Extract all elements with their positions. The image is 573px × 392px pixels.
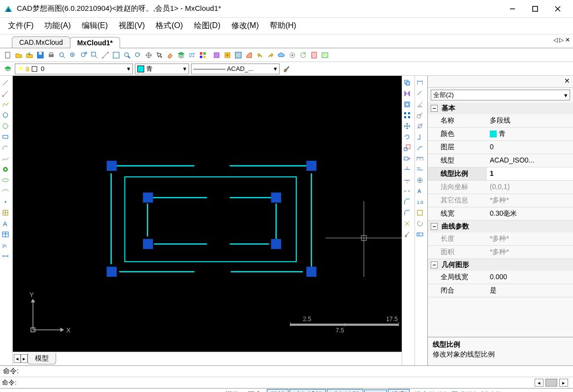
ellipse-arc-icon[interactable] bbox=[0, 186, 11, 196]
region-icon[interactable] bbox=[244, 50, 254, 60]
dim-style-icon[interactable] bbox=[415, 208, 425, 218]
drawing-canvas[interactable]: X Y 2.5 17.5 7.5 bbox=[13, 76, 402, 352]
arc-icon[interactable] bbox=[0, 143, 11, 153]
tab-scroll-left[interactable]: ◂ bbox=[14, 354, 21, 363]
status-polar[interactable]: 极轴 bbox=[267, 389, 288, 392]
model-tab[interactable]: 模型 bbox=[28, 353, 56, 364]
dim-update-icon[interactable] bbox=[415, 219, 425, 229]
rotate-icon[interactable] bbox=[402, 132, 412, 142]
dim-radius-icon[interactable] bbox=[415, 110, 425, 120]
menu-format[interactable]: 格式(O) bbox=[151, 19, 188, 33]
doc-tab-active[interactable]: MxCloud1* bbox=[70, 37, 120, 48]
tab-next-icon[interactable]: ▷ bbox=[559, 36, 564, 43]
export-img-icon[interactable] bbox=[320, 50, 330, 60]
properties-list[interactable]: −基本 名称多段线 颜色青 图层0 线型ACAD_ISO0... 线型比例1 法… bbox=[428, 102, 573, 337]
prop-group-curve[interactable]: −曲线参数 bbox=[428, 221, 573, 232]
ellipse-icon[interactable] bbox=[0, 175, 11, 185]
pan-icon[interactable] bbox=[144, 50, 154, 60]
erase-icon[interactable] bbox=[165, 50, 175, 60]
linetype-icon[interactable] bbox=[187, 50, 197, 60]
measure-icon[interactable] bbox=[100, 50, 110, 60]
prop-row-selected[interactable]: 线型比例1 bbox=[428, 167, 573, 181]
fillet-icon[interactable] bbox=[402, 208, 412, 218]
menu-view[interactable]: 视图(V) bbox=[114, 19, 150, 33]
tab-scroll-right[interactable]: ▸ bbox=[21, 354, 28, 363]
scroll-right-button[interactable]: ▸ bbox=[559, 379, 568, 387]
scrollbar-thumb[interactable] bbox=[545, 379, 557, 387]
circle-icon[interactable] bbox=[0, 121, 11, 131]
color-combo[interactable]: 青 ▾ bbox=[135, 64, 189, 74]
status-osnap[interactable]: 对象捕捉 bbox=[289, 389, 326, 392]
zoom-window-icon[interactable] bbox=[57, 50, 67, 60]
tab-close-icon[interactable]: ✕ bbox=[565, 36, 570, 43]
point-icon[interactable] bbox=[0, 197, 11, 207]
tab-prev-icon[interactable]: ◁ bbox=[553, 36, 558, 43]
dimension-icon[interactable] bbox=[0, 251, 11, 261]
import-icon[interactable] bbox=[25, 50, 34, 60]
table-icon[interactable] bbox=[0, 229, 11, 239]
donut-icon[interactable] bbox=[0, 164, 11, 174]
menu-help[interactable]: 帮助(H) bbox=[265, 19, 301, 33]
dim-angular-icon[interactable] bbox=[415, 99, 425, 109]
scale-icon[interactable] bbox=[402, 143, 412, 153]
block-icon[interactable] bbox=[212, 50, 222, 60]
mirror-icon[interactable] bbox=[402, 89, 412, 98]
matchprop-icon[interactable] bbox=[402, 229, 412, 239]
array-icon[interactable] bbox=[402, 110, 412, 120]
zoom-prev-icon[interactable] bbox=[133, 50, 143, 60]
layer-combo[interactable]: 0 ▾ bbox=[15, 64, 133, 74]
dim-text-icon[interactable]: 1.0 bbox=[415, 197, 425, 207]
menu-function[interactable]: 功能(A) bbox=[39, 19, 75, 33]
layer-manager-icon[interactable] bbox=[3, 64, 13, 74]
status-otrack[interactable]: 对象追踪 bbox=[327, 389, 363, 392]
dim-leader-icon[interactable] bbox=[415, 143, 425, 153]
dim-continue-icon[interactable] bbox=[415, 154, 425, 163]
polyline-icon[interactable] bbox=[0, 99, 11, 109]
explode-icon[interactable] bbox=[402, 219, 412, 229]
minimize-button[interactable] bbox=[501, 1, 524, 17]
rectangle-icon[interactable] bbox=[0, 132, 11, 142]
menu-file[interactable]: 文件(F) bbox=[3, 19, 38, 33]
zoom-all-icon[interactable] bbox=[111, 50, 121, 60]
undo-icon[interactable] bbox=[255, 50, 265, 60]
polygon-icon[interactable] bbox=[0, 110, 11, 120]
dim-edit-icon[interactable]: A bbox=[415, 186, 425, 196]
status-lweight[interactable]: 线宽 bbox=[388, 389, 410, 392]
zoom-realtime-icon[interactable] bbox=[122, 50, 132, 60]
doc-tab[interactable]: CAD.MxCloud bbox=[12, 36, 70, 48]
zoom-in-icon[interactable] bbox=[68, 50, 78, 60]
prop-group-basic[interactable]: −基本 bbox=[428, 102, 573, 114]
copy-icon[interactable] bbox=[402, 78, 412, 88]
linetype-combo[interactable]: ————— ACAD_... ▾ bbox=[191, 64, 280, 74]
menu-draw[interactable]: 绘图(D) bbox=[189, 19, 225, 33]
settings-icon[interactable] bbox=[287, 50, 297, 60]
export-pdf-icon[interactable] bbox=[309, 50, 319, 60]
cloud-icon[interactable] bbox=[277, 50, 286, 60]
stretch-icon[interactable] bbox=[402, 154, 412, 163]
dim-linear-icon[interactable] bbox=[415, 78, 425, 88]
color-icon[interactable] bbox=[198, 50, 208, 60]
spline-icon[interactable] bbox=[0, 154, 11, 163]
close-button[interactable] bbox=[546, 1, 569, 17]
ray-icon[interactable] bbox=[0, 89, 11, 98]
status-dyn[interactable]: DYN bbox=[364, 390, 387, 392]
dim-baseline-icon[interactable] bbox=[415, 164, 425, 174]
panel-close-icon[interactable]: ✕ bbox=[564, 77, 570, 86]
status-grid[interactable]: 栅格 bbox=[222, 389, 243, 392]
select-icon[interactable] bbox=[155, 50, 164, 60]
zoom-extents-icon[interactable] bbox=[79, 50, 89, 60]
menu-modify[interactable]: 修改(M) bbox=[226, 19, 264, 33]
offset-icon[interactable] bbox=[402, 99, 412, 109]
dim-ordinate-icon[interactable] bbox=[415, 132, 425, 142]
print-icon[interactable] bbox=[46, 50, 56, 60]
dim-diameter-icon[interactable] bbox=[415, 121, 425, 131]
maximize-button[interactable] bbox=[524, 1, 546, 17]
scroll-left-button[interactable]: ◂ bbox=[535, 379, 543, 387]
hatch-icon[interactable] bbox=[233, 50, 243, 60]
chamfer-icon[interactable] bbox=[402, 197, 412, 207]
move-icon[interactable] bbox=[402, 121, 412, 131]
dim-tolerance-icon[interactable] bbox=[415, 229, 425, 239]
redo-icon[interactable] bbox=[266, 50, 276, 60]
dim-aligned-icon[interactable] bbox=[415, 89, 425, 98]
layers-icon[interactable] bbox=[176, 50, 186, 60]
